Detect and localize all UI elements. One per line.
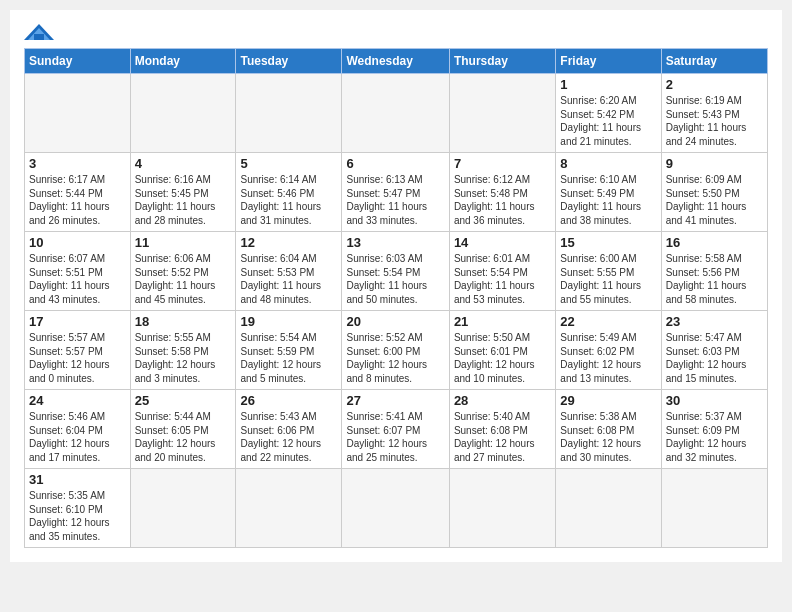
day-info: Sunrise: 5:52 AM Sunset: 6:00 PM Dayligh… xyxy=(346,331,444,385)
day-info: Sunrise: 6:01 AM Sunset: 5:54 PM Dayligh… xyxy=(454,252,551,306)
calendar-cell: 12Sunrise: 6:04 AM Sunset: 5:53 PM Dayli… xyxy=(236,232,342,311)
day-number: 13 xyxy=(346,235,444,250)
calendar-cell xyxy=(25,74,131,153)
day-info: Sunrise: 5:38 AM Sunset: 6:08 PM Dayligh… xyxy=(560,410,656,464)
day-number: 22 xyxy=(560,314,656,329)
calendar-cell: 9Sunrise: 6:09 AM Sunset: 5:50 PM Daylig… xyxy=(661,153,767,232)
calendar-cell: 29Sunrise: 5:38 AM Sunset: 6:08 PM Dayli… xyxy=(556,390,661,469)
day-info: Sunrise: 5:46 AM Sunset: 6:04 PM Dayligh… xyxy=(29,410,126,464)
day-number: 26 xyxy=(240,393,337,408)
day-info: Sunrise: 5:58 AM Sunset: 5:56 PM Dayligh… xyxy=(666,252,763,306)
day-info: Sunrise: 6:00 AM Sunset: 5:55 PM Dayligh… xyxy=(560,252,656,306)
calendar-cell: 11Sunrise: 6:06 AM Sunset: 5:52 PM Dayli… xyxy=(130,232,236,311)
calendar-cell xyxy=(661,469,767,548)
day-number: 9 xyxy=(666,156,763,171)
calendar-cell: 25Sunrise: 5:44 AM Sunset: 6:05 PM Dayli… xyxy=(130,390,236,469)
day-info: Sunrise: 5:57 AM Sunset: 5:57 PM Dayligh… xyxy=(29,331,126,385)
calendar-cell: 1Sunrise: 6:20 AM Sunset: 5:42 PM Daylig… xyxy=(556,74,661,153)
day-info: Sunrise: 6:12 AM Sunset: 5:48 PM Dayligh… xyxy=(454,173,551,227)
calendar-cell: 18Sunrise: 5:55 AM Sunset: 5:58 PM Dayli… xyxy=(130,311,236,390)
calendar-cell: 14Sunrise: 6:01 AM Sunset: 5:54 PM Dayli… xyxy=(449,232,555,311)
day-number: 3 xyxy=(29,156,126,171)
day-number: 16 xyxy=(666,235,763,250)
calendar-cell: 16Sunrise: 5:58 AM Sunset: 5:56 PM Dayli… xyxy=(661,232,767,311)
calendar-cell: 6Sunrise: 6:13 AM Sunset: 5:47 PM Daylig… xyxy=(342,153,449,232)
calendar-cell: 3Sunrise: 6:17 AM Sunset: 5:44 PM Daylig… xyxy=(25,153,131,232)
calendar-cell: 17Sunrise: 5:57 AM Sunset: 5:57 PM Dayli… xyxy=(25,311,131,390)
day-info: Sunrise: 6:16 AM Sunset: 5:45 PM Dayligh… xyxy=(135,173,232,227)
calendar-cell: 15Sunrise: 6:00 AM Sunset: 5:55 PM Dayli… xyxy=(556,232,661,311)
calendar-cell: 10Sunrise: 6:07 AM Sunset: 5:51 PM Dayli… xyxy=(25,232,131,311)
day-number: 27 xyxy=(346,393,444,408)
calendar-cell: 28Sunrise: 5:40 AM Sunset: 6:08 PM Dayli… xyxy=(449,390,555,469)
week-row-2: 3Sunrise: 6:17 AM Sunset: 5:44 PM Daylig… xyxy=(25,153,768,232)
day-info: Sunrise: 5:41 AM Sunset: 6:07 PM Dayligh… xyxy=(346,410,444,464)
weekday-header-wednesday: Wednesday xyxy=(342,49,449,74)
day-number: 8 xyxy=(560,156,656,171)
day-info: Sunrise: 5:37 AM Sunset: 6:09 PM Dayligh… xyxy=(666,410,763,464)
weekday-header-sunday: Sunday xyxy=(25,49,131,74)
calendar-cell: 27Sunrise: 5:41 AM Sunset: 6:07 PM Dayli… xyxy=(342,390,449,469)
day-number: 2 xyxy=(666,77,763,92)
calendar-cell: 31Sunrise: 5:35 AM Sunset: 6:10 PM Dayli… xyxy=(25,469,131,548)
day-number: 23 xyxy=(666,314,763,329)
day-info: Sunrise: 5:47 AM Sunset: 6:03 PM Dayligh… xyxy=(666,331,763,385)
day-info: Sunrise: 5:40 AM Sunset: 6:08 PM Dayligh… xyxy=(454,410,551,464)
day-info: Sunrise: 5:49 AM Sunset: 6:02 PM Dayligh… xyxy=(560,331,656,385)
day-info: Sunrise: 6:03 AM Sunset: 5:54 PM Dayligh… xyxy=(346,252,444,306)
calendar-cell: 4Sunrise: 6:16 AM Sunset: 5:45 PM Daylig… xyxy=(130,153,236,232)
calendar-cell: 30Sunrise: 5:37 AM Sunset: 6:09 PM Dayli… xyxy=(661,390,767,469)
day-number: 4 xyxy=(135,156,232,171)
day-info: Sunrise: 6:20 AM Sunset: 5:42 PM Dayligh… xyxy=(560,94,656,148)
weekday-header-thursday: Thursday xyxy=(449,49,555,74)
calendar-cell: 23Sunrise: 5:47 AM Sunset: 6:03 PM Dayli… xyxy=(661,311,767,390)
weekday-header-monday: Monday xyxy=(130,49,236,74)
day-number: 15 xyxy=(560,235,656,250)
day-number: 30 xyxy=(666,393,763,408)
week-row-5: 24Sunrise: 5:46 AM Sunset: 6:04 PM Dayli… xyxy=(25,390,768,469)
calendar-cell: 8Sunrise: 6:10 AM Sunset: 5:49 PM Daylig… xyxy=(556,153,661,232)
day-number: 24 xyxy=(29,393,126,408)
calendar-cell: 21Sunrise: 5:50 AM Sunset: 6:01 PM Dayli… xyxy=(449,311,555,390)
calendar-cell: 13Sunrise: 6:03 AM Sunset: 5:54 PM Dayli… xyxy=(342,232,449,311)
day-number: 6 xyxy=(346,156,444,171)
day-info: Sunrise: 5:43 AM Sunset: 6:06 PM Dayligh… xyxy=(240,410,337,464)
day-number: 19 xyxy=(240,314,337,329)
day-number: 17 xyxy=(29,314,126,329)
day-info: Sunrise: 5:55 AM Sunset: 5:58 PM Dayligh… xyxy=(135,331,232,385)
calendar-cell xyxy=(236,469,342,548)
week-row-3: 10Sunrise: 6:07 AM Sunset: 5:51 PM Dayli… xyxy=(25,232,768,311)
day-number: 31 xyxy=(29,472,126,487)
calendar-cell xyxy=(449,74,555,153)
weekday-header-row: SundayMondayTuesdayWednesdayThursdayFrid… xyxy=(25,49,768,74)
day-number: 5 xyxy=(240,156,337,171)
calendar-cell: 5Sunrise: 6:14 AM Sunset: 5:46 PM Daylig… xyxy=(236,153,342,232)
day-number: 29 xyxy=(560,393,656,408)
calendar-cell: 2Sunrise: 6:19 AM Sunset: 5:43 PM Daylig… xyxy=(661,74,767,153)
weekday-header-saturday: Saturday xyxy=(661,49,767,74)
day-info: Sunrise: 5:54 AM Sunset: 5:59 PM Dayligh… xyxy=(240,331,337,385)
header xyxy=(24,20,768,44)
calendar-cell xyxy=(449,469,555,548)
day-info: Sunrise: 6:04 AM Sunset: 5:53 PM Dayligh… xyxy=(240,252,337,306)
calendar-page: SundayMondayTuesdayWednesdayThursdayFrid… xyxy=(10,10,782,562)
calendar-cell: 22Sunrise: 5:49 AM Sunset: 6:02 PM Dayli… xyxy=(556,311,661,390)
day-number: 28 xyxy=(454,393,551,408)
day-info: Sunrise: 6:14 AM Sunset: 5:46 PM Dayligh… xyxy=(240,173,337,227)
calendar-cell: 19Sunrise: 5:54 AM Sunset: 5:59 PM Dayli… xyxy=(236,311,342,390)
calendar-cell xyxy=(130,469,236,548)
logo xyxy=(24,20,58,44)
calendar-cell xyxy=(236,74,342,153)
calendar-cell xyxy=(556,469,661,548)
day-number: 1 xyxy=(560,77,656,92)
calendar-cell: 26Sunrise: 5:43 AM Sunset: 6:06 PM Dayli… xyxy=(236,390,342,469)
day-info: Sunrise: 6:17 AM Sunset: 5:44 PM Dayligh… xyxy=(29,173,126,227)
day-info: Sunrise: 6:06 AM Sunset: 5:52 PM Dayligh… xyxy=(135,252,232,306)
weekday-header-friday: Friday xyxy=(556,49,661,74)
day-info: Sunrise: 6:13 AM Sunset: 5:47 PM Dayligh… xyxy=(346,173,444,227)
day-info: Sunrise: 6:07 AM Sunset: 5:51 PM Dayligh… xyxy=(29,252,126,306)
svg-rect-2 xyxy=(34,34,44,40)
day-number: 21 xyxy=(454,314,551,329)
day-number: 20 xyxy=(346,314,444,329)
calendar-table: SundayMondayTuesdayWednesdayThursdayFrid… xyxy=(24,48,768,548)
